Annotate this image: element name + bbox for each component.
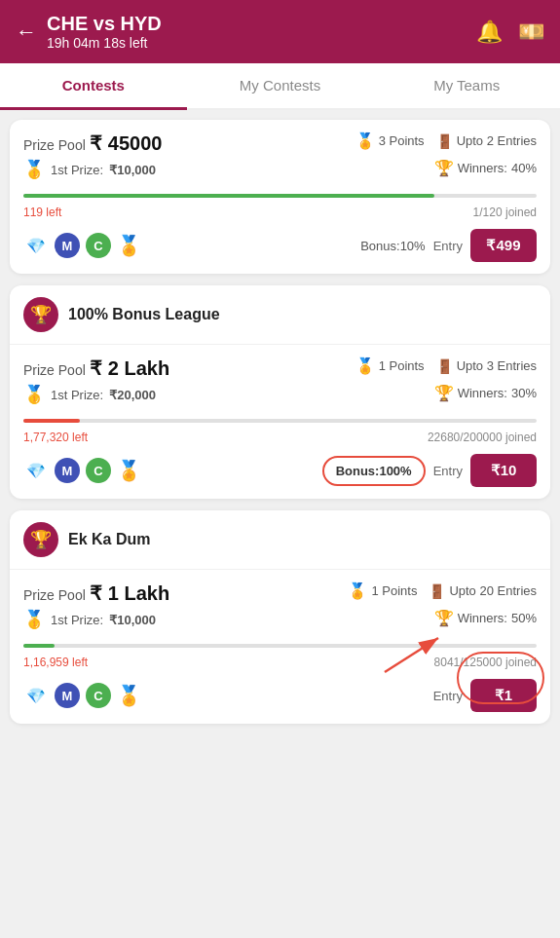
spots-left-1: 119 left [23, 206, 61, 219]
entry-wrap-2: Bonus:100% Entry ₹10 [322, 454, 537, 487]
tab-my-contests[interactable]: My Contests [187, 63, 374, 110]
prize-meta-1: 🏅 3 Points 🚪 Upto 2 Entries [355, 131, 537, 150]
medal-icon-2: 🏅 [117, 459, 141, 482]
joined-1: 1/120 joined [473, 206, 537, 219]
match-title: CHE vs HYD [47, 13, 162, 35]
entry-row-3: 💎 M C 🏅 Entry ₹1 [23, 679, 537, 712]
prize-row-2: Prize Pool ₹ 2 Lakh 🏅 1 Points 🚪 Upto 3 … [23, 356, 537, 380]
contest-card-1: Prize Pool ₹ 45000 🏅 3 Points 🚪 Upto 2 E… [10, 120, 550, 274]
c-badge-1: C [86, 233, 111, 258]
first-prize-1: 🥇 1st Prize: ₹10,000 [23, 159, 156, 180]
contest-body-1: Prize Pool ₹ 45000 🏅 3 Points 🚪 Upto 2 E… [10, 120, 550, 274]
contest-card-3: 🏆 Ek Ka Dum Prize Pool ₹ 1 Lakh 🏅 1 Po [10, 510, 550, 724]
badges-3: 💎 M C 🏅 [23, 683, 141, 708]
spots-row-2: 1,77,320 left 22680/200000 joined [23, 431, 537, 444]
progress-bar-wrap-2 [23, 419, 537, 423]
header-icons: 🔔 💴 [476, 19, 544, 45]
wallet-icon[interactable]: 💴 [518, 19, 544, 45]
points-1: 🏅 3 Points [355, 131, 425, 150]
contest-header-title-2: 100% Bonus League [68, 306, 220, 323]
prize-pool-label-2: Prize Pool ₹ 2 Lakh [23, 356, 169, 380]
m-badge-2: M [55, 458, 80, 483]
header-left: ← CHE vs HYD 19h 04m 18s left [16, 13, 162, 51]
joined-2: 22680/200000 joined [428, 431, 537, 444]
spots-row-3: 1,16,959 left 8041/125000 joined [23, 656, 537, 669]
match-info: CHE vs HYD 19h 04m 18s left [47, 13, 162, 51]
progress-bar-wrap-3 [23, 644, 537, 648]
app-header: ← CHE vs HYD 19h 04m 18s left 🔔 💴 [0, 0, 560, 63]
diamond-icon-2: 💎 [23, 458, 49, 483]
contest-header-3: 🏆 Ek Ka Dum [10, 510, 550, 570]
contest-header-2: 🏆 100% Bonus League [10, 285, 550, 345]
winners-3: 🏆 Winners: 50% [434, 609, 537, 627]
prize-pool-value-1: ₹ 45000 [90, 132, 162, 154]
tabs-bar: Contests My Contests My Teams [0, 63, 560, 110]
tab-my-teams[interactable]: My Teams [373, 63, 560, 110]
entry-row-1: 💎 M C 🏅 Bonus:10% Entry ₹499 [23, 229, 537, 262]
back-button[interactable]: ← [16, 19, 37, 45]
entry-label-2: Entry [433, 464, 463, 478]
entries-1: 🚪 Upto 2 Entries [436, 133, 537, 149]
points-2: 🏅 1 Points [355, 356, 425, 375]
spots-left-2: 1,77,320 left [23, 431, 88, 444]
entries-2: 🚪 Upto 3 Entries [436, 358, 537, 374]
joined-3: 8041/125000 joined [434, 656, 537, 669]
entry-label-1: Entry [433, 239, 463, 253]
entries-3: 🚪 Upto 20 Entries [429, 583, 537, 599]
c-badge-3: C [86, 683, 111, 708]
progress-bar-2 [23, 419, 80, 423]
bonus-text-1: Bonus:10% [360, 239, 426, 253]
entry-button-3[interactable]: ₹1 [470, 679, 537, 712]
entry-button-1[interactable]: ₹499 [470, 229, 537, 262]
spots-left-3: 1,16,959 left [23, 656, 88, 669]
entry-row-2: 💎 M C 🏅 Bonus:100% Entry ₹10 [23, 454, 537, 487]
contest-header-icon-3: 🏆 [23, 522, 58, 557]
prize-meta-3: 🏅 1 Points 🚪 Upto 20 Entries [348, 582, 537, 600]
contest-body-3: Prize Pool ₹ 1 Lakh 🏅 1 Points 🚪 Upto 20 [10, 570, 550, 724]
progress-bar-3 [23, 644, 55, 648]
medal-icon-3: 🏅 [117, 684, 141, 707]
prize-meta-2: 🏅 1 Points 🚪 Upto 3 Entries [355, 356, 537, 375]
first-prize-2: 🥇 1st Prize: ₹20,000 [23, 384, 156, 405]
contest-header-title-3: Ek Ka Dum [68, 531, 150, 548]
medal-icon-1: 🏅 [117, 234, 141, 257]
prize-pool-value-3: ₹ 1 Lakh [90, 582, 169, 604]
match-timer: 19h 04m 18s left [47, 35, 162, 51]
prize-row-1: Prize Pool ₹ 45000 🏅 3 Points 🚪 Upto 2 E… [23, 131, 537, 155]
contest-body-2: Prize Pool ₹ 2 Lakh 🏅 1 Points 🚪 Upto 3 … [10, 345, 550, 499]
entry-button-2[interactable]: ₹10 [470, 454, 537, 487]
bonus-circle-2: Bonus:100% [322, 456, 426, 486]
c-badge-2: C [86, 458, 111, 483]
badges-2: 💎 M C 🏅 [23, 458, 141, 483]
entry-wrap-1: Bonus:10% Entry ₹499 [360, 229, 537, 262]
first-prize-row-2: 🥇 1st Prize: ₹20,000 🏆 Winners: 30% [23, 384, 537, 411]
diamond-icon-1: 💎 [23, 233, 49, 258]
contest-header-icon-2: 🏆 [23, 297, 58, 332]
entry-wrap-3: Entry ₹1 [433, 679, 537, 712]
prize-pool-label-3: Prize Pool ₹ 1 Lakh [23, 582, 169, 605]
contests-list: Prize Pool ₹ 45000 🏅 3 Points 🚪 Upto 2 E… [0, 110, 560, 733]
points-3: 🏅 1 Points [348, 582, 417, 600]
m-badge-1: M [55, 233, 80, 258]
progress-bar-1 [23, 194, 434, 198]
first-prize-3: 🥇 1st Prize: ₹10,000 [23, 609, 156, 630]
diamond-icon-3: 💎 [23, 683, 49, 708]
m-badge-3: M [55, 683, 80, 708]
spots-row-1: 119 left 1/120 joined [23, 206, 537, 219]
prize-row-3: Prize Pool ₹ 1 Lakh 🏅 1 Points 🚪 Upto 20 [23, 582, 537, 605]
progress-bar-wrap-1 [23, 194, 537, 198]
prize-pool-value-2: ₹ 2 Lakh [90, 357, 169, 379]
first-prize-row-1: 🥇 1st Prize: ₹10,000 🏆 Winners: 40% [23, 159, 537, 186]
tab-contests[interactable]: Contests [0, 63, 187, 110]
prize-pool-label-1: Prize Pool ₹ 45000 [23, 131, 162, 155]
notification-icon[interactable]: 🔔 [476, 19, 503, 45]
contest-card-2: 🏆 100% Bonus League Prize Pool ₹ 2 Lakh … [10, 285, 550, 499]
entry-label-3: Entry [433, 689, 463, 703]
winners-1: 🏆 Winners: 40% [434, 159, 537, 177]
badges-1: 💎 M C 🏅 [23, 233, 141, 258]
first-prize-row-3: 🥇 1st Prize: ₹10,000 🏆 Winners: 50% [23, 609, 537, 636]
winners-2: 🏆 Winners: 30% [434, 384, 537, 402]
